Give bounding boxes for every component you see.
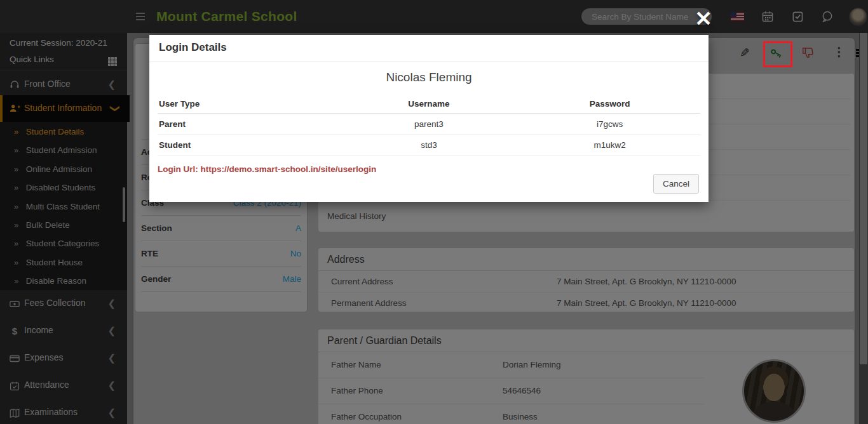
student-name: Nicolas Fleming <box>149 70 709 84</box>
login-details-modal: Login Details Nicolas Fleming User Type … <box>149 35 709 202</box>
table-row: Student std3 m1ukw2 <box>158 135 700 156</box>
modal-header: Login Details <box>149 35 709 62</box>
close-icon[interactable]: ✕ <box>693 6 714 32</box>
login-url-text: Login Url: https://demo.smart-school.in/… <box>158 164 709 174</box>
key-icon-highlight-box <box>763 41 792 67</box>
screen: Ad Ro Class Class 2 (2020-21) Section A … <box>0 0 868 424</box>
modal-title: Login Details <box>159 41 227 53</box>
cancel-button[interactable]: Cancel <box>653 174 699 194</box>
table-header-row: User Type Username Password <box>158 94 700 114</box>
table-row: Parent parent3 i7gcws <box>158 114 700 135</box>
column-header: Username <box>339 94 520 114</box>
credentials-table: User Type Username Password Parent paren… <box>158 94 700 156</box>
column-header: Password <box>519 94 700 114</box>
page-scrollbar[interactable] <box>859 33 868 424</box>
scrollbar-thumb[interactable] <box>860 33 867 364</box>
column-header: User Type <box>158 94 339 114</box>
